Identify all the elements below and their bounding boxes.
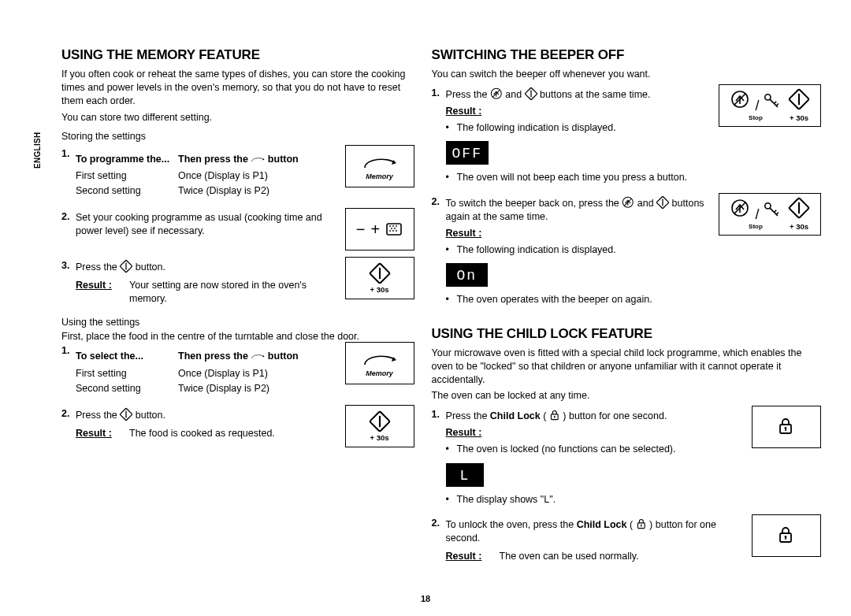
tbl2-r1c2: Once (Display is P1): [178, 366, 328, 381]
lock-step-1: Press the Child Lock ( ) button for one …: [446, 409, 747, 510]
result-label: Result :: [446, 427, 482, 438]
start-icon: [370, 411, 390, 432]
memory-intro-2: You can store two different setting.: [61, 111, 414, 124]
stop-icon: [622, 196, 634, 209]
beeper-result-1b: The oven will not beep each time you pre…: [446, 171, 714, 185]
page-number: 18: [0, 594, 851, 603]
tbl2-r2c2: Twice (Display is P2): [178, 381, 328, 396]
time-power-box: − +: [345, 208, 414, 250]
beeper-intro: You can switch the beeper off whenever y…: [432, 68, 821, 81]
plus-30s-label: + 30s: [370, 433, 389, 442]
tbl1-r2c2-a: Second setting: [76, 184, 178, 199]
beeper-step-1: Press the and buttons at the same time. …: [446, 87, 714, 188]
lock-intro: Your microwave oven is fitted with a spe…: [432, 347, 821, 387]
stop-start-box-2: / Stop + 30s: [719, 193, 821, 236]
start-icon: [370, 263, 390, 284]
tbl2-h2: Then press the button: [178, 348, 328, 366]
start-button-box-2: + 30s: [345, 405, 414, 447]
power-icon: [385, 221, 403, 238]
plus-30s-label: + 30s: [789, 113, 809, 122]
stop-label: Stop: [730, 114, 781, 121]
beeper-result-1a: The following indication is displayed.: [446, 121, 714, 135]
right-column: SWITCHING THE BEEPER OFF You can switch …: [432, 39, 821, 600]
memory-icon: [251, 352, 265, 362]
result-label: Result :: [446, 228, 482, 239]
store-step3-result: Your setting are now stored in the oven'…: [129, 279, 340, 306]
display-on: On: [446, 263, 489, 287]
result-label: Result :: [446, 106, 482, 117]
memory-intro: If you often cook or reheat the same typ…: [61, 68, 414, 108]
lock-icon: [549, 409, 560, 421]
store-step-2: Set your cooking programme as usual (coo…: [76, 211, 340, 238]
start-icon: [789, 89, 809, 109]
plus-icon: +: [371, 221, 381, 239]
lock-result-1b: The display shows "L".: [446, 493, 747, 507]
stop-icon: [730, 90, 751, 110]
lock-result-1a: The oven is locked (no functions can be …: [446, 443, 747, 457]
lock-button-box-2: [752, 514, 821, 557]
plus-30s-label: + 30s: [789, 222, 809, 231]
tbl1-h2: Then press the button: [178, 151, 328, 169]
tbl1-h1: To programme the...: [76, 151, 178, 169]
key-icon: [764, 93, 781, 110]
memory-icon: [362, 349, 398, 368]
beeper-result-2b: The oven operates with the beeper on aga…: [446, 293, 714, 307]
start-button-box: + 30s: [345, 257, 414, 299]
result-label: Result :: [446, 550, 500, 563]
tbl2-r2c1: Second setting: [76, 381, 178, 396]
tbl1-r1c2: Once (Display is P1): [178, 169, 328, 184]
display-off: OFF: [446, 141, 489, 165]
minus-icon: −: [356, 221, 366, 239]
heading-childlock: USING THE CHILD LOCK FEATURE: [432, 326, 821, 342]
heading-memory: USING THE MEMORY FEATURE: [61, 47, 414, 63]
lock-icon: [777, 416, 796, 438]
lock-step2-result: The oven can be used normally.: [500, 550, 639, 563]
memory-button-box: Memory: [345, 145, 414, 187]
stop-icon: [490, 87, 503, 100]
tbl2-h1: To select the...: [76, 348, 178, 366]
using-intro: First, place the food in the centre of t…: [61, 331, 414, 342]
start-icon: [789, 198, 809, 218]
plus-30s-label: + 30s: [370, 285, 389, 294]
memory-label: Memory: [366, 369, 393, 377]
lock-button-box: [752, 406, 821, 448]
start-icon: [525, 87, 537, 100]
memory-label: Memory: [366, 173, 393, 180]
start-icon: [120, 408, 132, 421]
memory-button-box-2: Memory: [345, 342, 414, 384]
lock-intro-2: The oven can be locked at any time.: [432, 389, 821, 403]
result-label: Result :: [76, 427, 129, 440]
use-step-2: Press the button. Result : The food is c…: [76, 408, 340, 440]
key-icon: [764, 202, 781, 219]
manual-page: ENGLISH USING THE MEMORY FEATURE If you …: [0, 0, 851, 616]
lock-step-2: To unlock the oven, press the Child Lock…: [446, 518, 747, 563]
start-icon: [120, 260, 132, 273]
stop-icon: [730, 199, 751, 219]
heading-beeper: SWITCHING THE BEEPER OFF: [432, 47, 821, 63]
store-step-3: Press the button. Result : Your setting …: [76, 260, 340, 306]
lock-icon: [636, 518, 647, 530]
stop-start-box: / Stop + 30s: [719, 84, 821, 127]
use-step2-result: The food is cooked as requested.: [129, 427, 275, 440]
left-column: USING THE MEMORY FEATURE If you often co…: [24, 39, 414, 600]
tbl2-r1c1: First setting: [76, 366, 178, 381]
result-label: Result :: [76, 279, 129, 306]
storing-label: Storing the settings: [61, 131, 414, 142]
beeper-result-2a: The following indication is displayed.: [446, 243, 714, 258]
tbl1-r1c1: First setting: [76, 169, 178, 184]
memory-icon: [251, 155, 265, 165]
stop-label: Stop: [730, 223, 781, 230]
lock-icon: [777, 525, 796, 547]
start-icon: [656, 196, 669, 209]
memory-icon: [362, 152, 398, 171]
beeper-step-2: To switch the beeper back on, press the …: [446, 196, 714, 310]
tbl1-r2c2: Twice (Display is P2): [178, 184, 328, 199]
using-label: Using the settings: [61, 317, 414, 328]
display-l: L: [446, 463, 485, 487]
